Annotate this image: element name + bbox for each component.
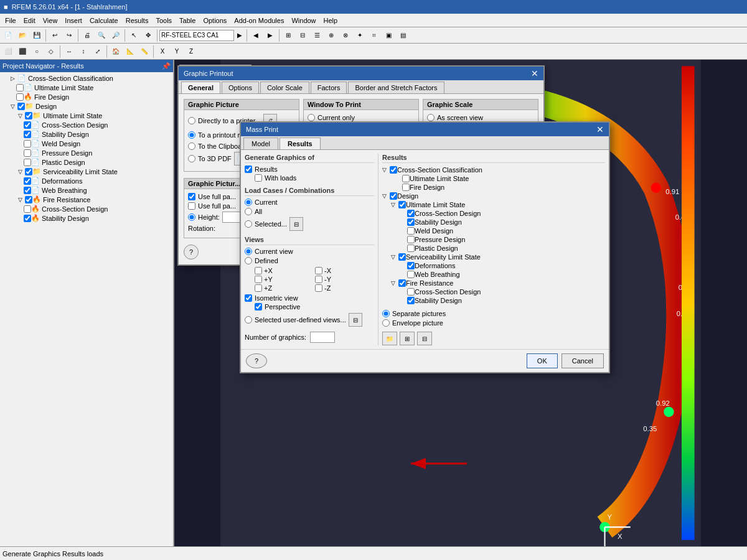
radio-current-view-input[interactable] <box>245 248 252 255</box>
nav-cb-csd[interactable] <box>24 121 31 129</box>
view-yneg-cb[interactable] <box>315 276 322 283</box>
toolbar-extra1[interactable]: ◀ <box>249 29 263 42</box>
cb-fd1[interactable] <box>402 184 410 191</box>
menu-calculate[interactable]: Calculate <box>86 16 122 26</box>
num-graphics-input[interactable]: 4 <box>310 332 335 343</box>
tb2-12[interactable]: Y <box>170 45 184 58</box>
tab-model[interactable]: Model <box>243 138 278 149</box>
menu-addon[interactable]: Add-on Modules <box>230 16 288 26</box>
view-zneg-cb[interactable] <box>315 284 322 292</box>
height-radio[interactable] <box>188 213 195 221</box>
radio-screen-view-input[interactable] <box>427 114 435 121</box>
radio-clipboard-input[interactable] <box>188 142 195 150</box>
radio-envelope-input[interactable] <box>382 319 390 327</box>
cb-sls[interactable] <box>398 253 406 261</box>
radio-current-only-input[interactable] <box>308 114 315 121</box>
module-combo[interactable]: RF-STEEL EC3 CA1 <box>159 30 234 41</box>
nav-pin[interactable]: 📌 <box>162 62 171 70</box>
nav-cb-wb[interactable] <box>24 187 31 194</box>
ok-btn[interactable]: OK <box>527 353 558 368</box>
use-full-cb2[interactable] <box>188 202 195 210</box>
tb2-11[interactable]: X <box>156 45 169 58</box>
nav-design[interactable]: ▽ 📁 Design <box>1 101 172 111</box>
view-ypos-cb[interactable] <box>255 276 262 283</box>
nav-cb-design[interactable] <box>17 103 25 110</box>
view-zpos-cb[interactable] <box>255 284 262 292</box>
nav-cb-wd[interactable] <box>24 140 31 147</box>
nav-cb-frsd[interactable] <box>24 215 31 222</box>
toolbar-extra2[interactable]: ▶ <box>263 29 277 42</box>
with-loads-cb[interactable] <box>255 174 262 182</box>
print-btn[interactable]: 🖨 <box>80 29 94 42</box>
tb2-10[interactable]: 📏 <box>138 45 151 58</box>
nav-cross-section-classification[interactable]: ▷ 📄 Cross-Section Classification <box>1 73 172 83</box>
tab-border[interactable]: Border and Stretch Factors <box>348 82 444 93</box>
nav-cb-sls[interactable] <box>25 168 32 175</box>
cb-fr-sd[interactable] <box>407 297 415 304</box>
radio-report-input[interactable] <box>188 131 195 139</box>
view-xpos-cb[interactable] <box>255 267 262 274</box>
cb-sd[interactable] <box>407 218 415 226</box>
tab-results[interactable]: Results <box>280 138 321 149</box>
nav-cb-fd1[interactable] <box>16 93 24 101</box>
dialog-mass-close[interactable]: ✕ <box>596 125 604 134</box>
cb-wb[interactable] <box>407 271 415 278</box>
menu-edit[interactable]: Edit <box>20 16 39 26</box>
cb-design[interactable] <box>390 192 397 200</box>
tb2-13[interactable]: Z <box>184 45 198 58</box>
menu-results[interactable]: Results <box>122 16 153 26</box>
menu-view[interactable]: View <box>39 16 62 26</box>
nav-cb-def[interactable] <box>24 177 31 185</box>
nav-fire-design-1[interactable]: 🔥 Fire Design <box>1 92 172 101</box>
icon8[interactable]: ▣ <box>382 29 395 42</box>
menu-options[interactable]: Options <box>199 16 230 26</box>
tb2-2[interactable]: ⬛ <box>16 45 29 58</box>
nav-cb-frcsd[interactable] <box>24 205 31 213</box>
cb-uls-design[interactable] <box>398 201 406 208</box>
tb2-7[interactable]: ⤢ <box>91 45 105 58</box>
selected-icon-btn[interactable]: ⊟ <box>289 217 303 231</box>
tb2-5[interactable]: ↔ <box>62 45 76 58</box>
tb2-6[interactable]: ↕ <box>77 45 90 58</box>
view-xneg-cb[interactable] <box>315 267 322 274</box>
nav-web-breathing[interactable]: 📄 Web Breathing <box>1 185 172 195</box>
tab-color-scale[interactable]: Color Scale <box>260 82 309 93</box>
icon5[interactable]: ⊗ <box>339 29 352 42</box>
undo-btn[interactable]: ↩ <box>48 29 62 42</box>
tb2-8[interactable]: 🏠 <box>109 45 123 58</box>
user-defined-radio[interactable] <box>245 316 252 324</box>
tab-general[interactable]: General <box>181 82 220 93</box>
radio-all-input[interactable] <box>245 208 252 215</box>
printout-help-btn[interactable]: ? <box>184 245 199 259</box>
icon2[interactable]: ⊟ <box>296 29 309 42</box>
cb-wd[interactable] <box>407 227 415 235</box>
select-btn[interactable]: ↖ <box>127 29 141 42</box>
radio-separate-input[interactable] <box>382 310 390 317</box>
nav-cb-pd[interactable] <box>24 149 31 157</box>
radio-defined-input[interactable] <box>245 257 252 264</box>
tab-factors[interactable]: Factors <box>311 82 347 93</box>
cb-csc[interactable] <box>390 166 397 174</box>
nav-stability-design[interactable]: 📄 Stability Design <box>1 129 172 139</box>
nav-plastic-design[interactable]: 📄 Plastic Design <box>1 157 172 167</box>
cb-uls1[interactable] <box>402 175 410 182</box>
icon6[interactable]: ✦ <box>353 29 367 42</box>
menu-help[interactable]: Help <box>320 16 342 26</box>
menu-insert[interactable]: Insert <box>61 16 86 26</box>
results-cb[interactable] <box>245 166 252 173</box>
nav-cb-pld[interactable] <box>24 159 31 166</box>
redo-btn[interactable]: ↪ <box>62 29 76 42</box>
menu-window[interactable]: Window <box>288 16 319 26</box>
nav-sls[interactable]: ▽ 📁 Serviceability Limit State <box>1 167 172 176</box>
nav-pressure-design[interactable]: 📄 Pressure Design <box>1 148 172 157</box>
move-btn[interactable]: ✥ <box>141 29 155 42</box>
menu-file[interactable]: File <box>1 16 20 26</box>
menu-tools[interactable]: Tools <box>152 16 176 26</box>
use-full-cb1[interactable] <box>188 193 195 200</box>
cb-prd[interactable] <box>407 236 415 243</box>
icon3[interactable]: ☰ <box>310 29 324 42</box>
cancel-btn[interactable]: Cancel <box>561 353 604 368</box>
dialog-printout-close[interactable]: ✕ <box>531 69 538 78</box>
tb2-1[interactable]: ⬜ <box>1 45 15 58</box>
tb2-3[interactable]: ○ <box>30 45 44 58</box>
